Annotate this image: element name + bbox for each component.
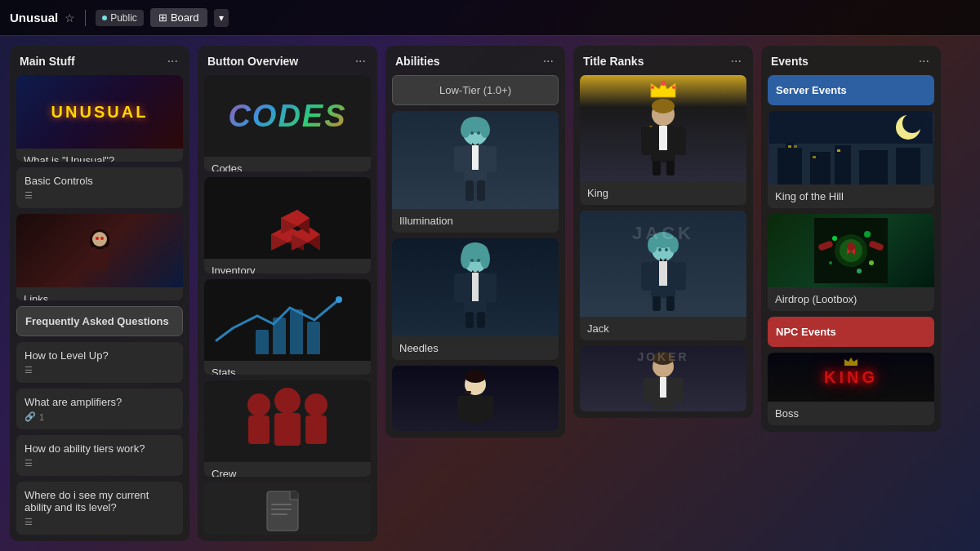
svg-rect-51 <box>472 273 479 301</box>
kanban-board: Main Stuff ··· UNUSUAL What is "Unusual"… <box>0 36 980 551</box>
card-crew[interactable]: Crew <box>204 380 371 477</box>
inventory-image <box>204 177 371 259</box>
column-menu-button-overview[interactable]: ··· <box>354 54 368 69</box>
svg-point-45 <box>480 249 490 269</box>
card-what-is-unusual[interactable]: UNUSUAL What is "Unusual"? <box>16 75 183 162</box>
star-icon[interactable]: ☆ <box>65 11 75 24</box>
svg-rect-37 <box>472 145 479 170</box>
card-title-crew: Crew <box>204 462 371 477</box>
column-content-abilities: Low-Tier (1.0+) <box>385 75 565 438</box>
column-menu-main-stuff[interactable]: ··· <box>166 54 180 69</box>
card-faq[interactable]: Frequently Asked Questions <box>16 306 183 336</box>
airdrop-image <box>768 214 934 287</box>
column-menu-events[interactable]: ··· <box>917 54 931 69</box>
visibility-dot <box>102 16 107 20</box>
links-image <box>16 214 183 287</box>
card-boss[interactable]: KING Boss <box>768 353 934 425</box>
card-needles[interactable]: Needles <box>392 238 559 360</box>
card-current-ability[interactable]: Where do i see my current ability and it… <box>16 482 183 535</box>
needles-image <box>392 238 559 336</box>
svg-point-21 <box>305 393 327 416</box>
visibility-badge[interactable]: Public <box>96 10 144 26</box>
svg-point-114 <box>869 260 874 265</box>
board-title: Unusual <box>10 11 58 24</box>
column-header-main-stuff: Main Stuff ··· <box>10 46 189 75</box>
svg-rect-22 <box>305 415 327 444</box>
svg-rect-59 <box>466 395 484 424</box>
svg-rect-84 <box>659 261 667 286</box>
king-image <box>580 75 746 181</box>
svg-rect-25 <box>271 504 292 505</box>
amplifiers-count: 1 <box>39 412 44 422</box>
dark-ability-image <box>392 366 559 431</box>
card-title-what-is-unusual: What is "Unusual"? <box>16 149 183 162</box>
top-navigation: Unusual ☆ Public ⊞ Board ▾ <box>0 0 980 36</box>
card-document[interactable] <box>204 482 371 535</box>
svg-rect-105 <box>788 145 791 148</box>
codes-text: CODES <box>228 99 346 134</box>
card-airdrop[interactable]: Airdrop (Lootbox) <box>768 214 934 311</box>
crew-image <box>204 380 371 462</box>
svg-point-63 <box>661 81 666 86</box>
svg-point-33 <box>477 131 480 135</box>
card-stats[interactable]: Stats <box>204 279 371 375</box>
crown-svg <box>647 79 679 100</box>
card-title-ability-tiers: How do ability tiers work? <box>24 442 145 455</box>
svg-point-80 <box>665 248 668 251</box>
card-how-to-level[interactable]: How to Level Up? ☰ <box>16 342 183 383</box>
card-title-needles: Needles <box>392 336 559 360</box>
svg-rect-100 <box>786 142 794 183</box>
card-joker[interactable]: JOKER <box>580 346 746 411</box>
card-links[interactable]: Links <box>16 214 183 300</box>
card-illumination[interactable]: Illumination <box>392 111 559 233</box>
svg-rect-4 <box>103 247 109 262</box>
column-main-stuff: Main Stuff ··· UNUSUAL What is "Unusual"… <box>10 46 189 541</box>
jack-watermark: JACK <box>632 223 694 244</box>
svg-rect-54 <box>466 312 474 328</box>
card-low-tier[interactable]: Low-Tier (1.0+) <box>392 75 559 105</box>
joker-watermark: JOKER <box>637 350 688 363</box>
nav-divider <box>85 10 86 26</box>
svg-point-119 <box>847 242 855 251</box>
card-basic-controls[interactable]: Basic Controls ☰ <box>16 167 183 208</box>
card-inventory[interactable]: Inventory <box>204 177 371 273</box>
card-title-illumination: Illumination <box>392 209 559 233</box>
column-menu-title-ranks[interactable]: ··· <box>729 54 743 69</box>
card-jack[interactable]: JACK <box>580 211 746 340</box>
card-title-low-tier: Low-Tier (1.0+) <box>439 84 511 96</box>
column-abilities: Abilities ··· Low-Tier (1.0+) <box>385 46 565 438</box>
card-meta-level: ☰ <box>24 365 175 375</box>
column-menu-abilities[interactable]: ··· <box>541 54 555 69</box>
card-meta-current-ability: ☰ <box>24 517 175 527</box>
svg-point-79 <box>658 248 662 251</box>
svg-point-17 <box>247 393 270 416</box>
card-title-server-events: Server Events <box>776 84 847 96</box>
card-king[interactable]: King <box>580 75 746 205</box>
board-view-button[interactable]: ⊞ Board <box>150 8 207 27</box>
illumination-char-svg <box>443 115 508 205</box>
card-codes[interactable]: CODES Codes <box>204 75 371 171</box>
svg-rect-70 <box>659 126 667 150</box>
svg-rect-93 <box>644 378 653 402</box>
card-king-of-hill[interactable]: King of the Hill <box>768 111 934 208</box>
king-char-svg <box>633 91 694 177</box>
crew-svg <box>238 384 336 458</box>
card-amplifiers[interactable]: What are amplifiers? 🔗 1 <box>16 389 183 429</box>
svg-point-64 <box>651 86 654 89</box>
svg-rect-57 <box>465 391 471 393</box>
nav-chevron-button[interactable]: ▾ <box>214 9 229 27</box>
svg-rect-40 <box>466 180 474 201</box>
card-title-jack: Jack <box>580 317 746 340</box>
card-ability-tiers[interactable]: How do ability tiers work? ☰ <box>16 435 183 476</box>
codes-image: CODES <box>204 75 371 157</box>
card-title-basic-controls: Basic Controls <box>24 175 93 187</box>
card-dark-ability[interactable] <box>392 366 559 431</box>
svg-point-112 <box>832 236 837 241</box>
anime-character-svg <box>75 226 124 275</box>
card-title-airdrop: Airdrop (Lootbox) <box>768 287 934 311</box>
boss-crown-svg <box>843 357 859 367</box>
card-npc-events[interactable]: NPC Events <box>768 317 934 347</box>
card-server-events[interactable]: Server Events <box>768 75 934 105</box>
card-title-codes: Codes <box>204 157 371 171</box>
inventory-svg <box>251 185 324 251</box>
